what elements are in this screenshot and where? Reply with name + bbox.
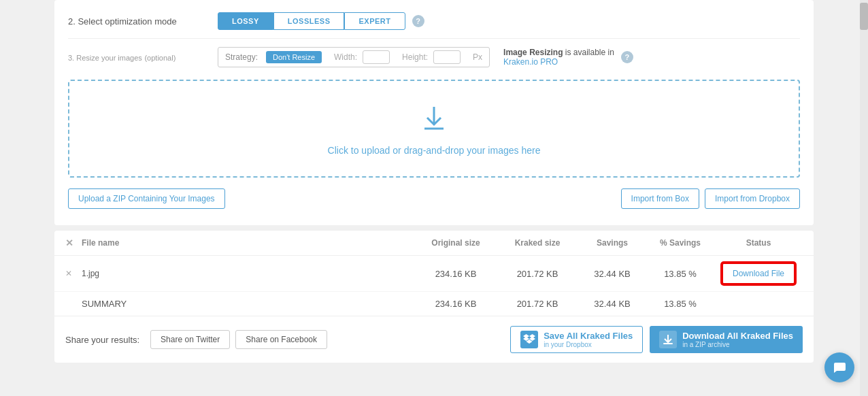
summary-original: 234.16 KB <box>415 299 497 309</box>
header-status: Status <box>714 238 803 248</box>
summary-kraked: 201.72 KB <box>497 299 578 309</box>
summary-savings: 32.44 KB <box>578 299 646 309</box>
height-unit: Px <box>473 52 482 62</box>
download-all-sub: in a ZIP archive <box>682 341 793 348</box>
summary-label: SUMMARY <box>65 299 415 309</box>
scrollbar-thumb[interactable] <box>860 3 868 30</box>
row-kraked-size: 201.72 KB <box>497 269 578 279</box>
row-original-size: 234.16 KB <box>415 269 497 279</box>
header-close-col: ✕ <box>65 237 82 248</box>
save-dropbox-text: Save All Kraked Files in your Dropbox <box>544 331 633 348</box>
results-card: ✕ File name Original size Kraked size Sa… <box>54 231 814 363</box>
optimization-label: 2. Select optimization mode <box>68 16 218 27</box>
row-status: Download File <box>714 263 803 284</box>
row-filename: 1.jpg <box>82 269 415 278</box>
lossy-button[interactable]: LOSSY <box>218 12 273 30</box>
table-header: ✕ File name Original size Kraked size Sa… <box>54 231 814 256</box>
save-dropbox-main: Save All Kraked Files <box>544 331 633 341</box>
share-label: Share your results: <box>65 335 139 345</box>
upload-text: Click to upload or drag-and-drop your im… <box>328 145 541 156</box>
width-label: Width: <box>334 52 357 62</box>
row-savings: 32.44 KB <box>578 269 646 279</box>
share-right: Save All Kraked Files in your Dropbox <box>510 326 803 353</box>
resize-label: 3. Resize your images (optional) <box>68 52 218 63</box>
pro-note: Image Resizing is available in Kraken.io… <box>503 48 614 67</box>
import-box-button[interactable]: Import from Box <box>621 188 699 209</box>
expert-button[interactable]: EXPERT <box>344 12 405 30</box>
share-twitter-button[interactable]: Share on Twitter <box>150 330 230 349</box>
pro-link[interactable]: Kraken.io PRO <box>503 57 558 67</box>
resize-section: 3. Resize your images (optional) Strateg… <box>68 39 800 73</box>
download-all-button[interactable]: Download All Kraked Files in a ZIP archi… <box>650 326 803 353</box>
width-input[interactable] <box>363 50 390 64</box>
optimization-section: 2. Select optimization mode LOSSY LOSSLE… <box>68 7 800 39</box>
download-file-button[interactable]: Download File <box>722 263 795 284</box>
share-left: Share your results: Share on Twitter Sha… <box>65 330 327 349</box>
row-pct-savings: 13.85 % <box>646 269 714 279</box>
strategy-dropdown[interactable]: Don't Resize <box>266 51 322 63</box>
upload-icon <box>418 101 450 138</box>
import-buttons: Import from Box Import from Dropbox <box>621 188 800 209</box>
resize-controls: Strategy: Don't Resize Width: Height: Px <box>218 47 490 67</box>
header-close-icon: ✕ <box>65 237 73 248</box>
header-original: Original size <box>415 238 497 248</box>
resize-help-icon[interactable]: ? <box>621 51 633 63</box>
summary-pct-savings: 13.85 % <box>646 299 714 309</box>
dropbox-icon <box>520 331 538 348</box>
lossless-button[interactable]: LOSSLESS <box>273 12 345 30</box>
height-label: Height: <box>402 52 428 62</box>
save-dropbox-button[interactable]: Save All Kraked Files in your Dropbox <box>510 326 643 353</box>
header-filename: File name <box>82 238 415 248</box>
action-row: Upload a ZIP Containing Your Images Impo… <box>68 184 800 212</box>
download-all-icon <box>659 331 677 348</box>
scrollbar[interactable] <box>860 0 868 396</box>
pro-text: Image Resizing <box>503 48 563 57</box>
download-all-text: Download All Kraked Files in a ZIP archi… <box>682 331 793 348</box>
row-close-icon[interactable]: ✕ <box>65 269 82 278</box>
chat-button[interactable] <box>824 352 854 382</box>
upload-dropzone[interactable]: Click to upload or drag-and-drop your im… <box>68 80 800 178</box>
mode-buttons: LOSSY LOSSLESS EXPERT <box>218 12 405 30</box>
upload-zip-button[interactable]: Upload a ZIP Containing Your Images <box>68 188 225 209</box>
header-savings: Savings <box>578 238 646 248</box>
header-kraked: Kraked size <box>497 238 578 248</box>
header-pct-savings: % Savings <box>646 238 714 248</box>
share-facebook-button[interactable]: Share on Facebook <box>235 330 327 349</box>
optimization-help-icon[interactable]: ? <box>412 15 424 27</box>
height-input[interactable] <box>433 50 461 64</box>
summary-row: SUMMARY 234.16 KB 201.72 KB 32.44 KB 13.… <box>54 292 814 316</box>
save-dropbox-sub: in your Dropbox <box>544 341 633 348</box>
download-all-main: Download All Kraked Files <box>682 331 793 341</box>
settings-card: 2. Select optimization mode LOSSY LOSSLE… <box>54 0 814 225</box>
page-wrapper: 2. Select optimization mode LOSSY LOSSLE… <box>0 0 868 396</box>
import-dropbox-button[interactable]: Import from Dropbox <box>705 188 800 209</box>
strategy-label: Strategy: <box>225 52 258 62</box>
share-row: Share your results: Share on Twitter Sha… <box>54 316 814 363</box>
table-row: ✕ 1.jpg 234.16 KB 201.72 KB 32.44 KB 13.… <box>54 256 814 292</box>
